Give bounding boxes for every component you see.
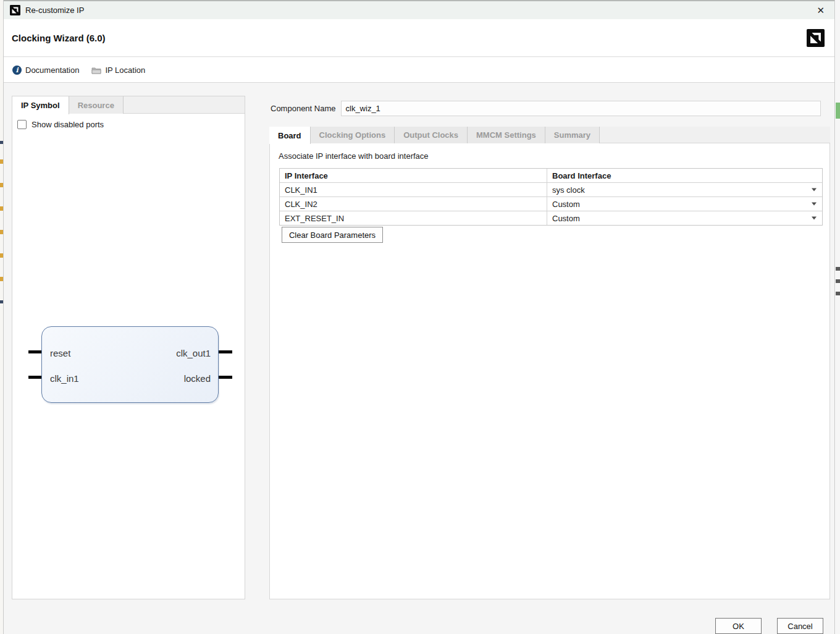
toolbar: i Documentation IP Location bbox=[4, 57, 834, 83]
header-board-interface: Board Interface bbox=[547, 169, 822, 182]
recustomize-ip-dialog: Re-customize IP ✕ Clocking Wizard (6.0) … bbox=[3, 0, 835, 634]
table-row: EXT_RESET_IN Custom bbox=[280, 211, 822, 225]
ip-symbol-canvas: reset clk_in1 clk_out1 locked bbox=[12, 114, 245, 599]
port-stub-reset bbox=[28, 350, 42, 353]
component-name-input[interactable]: clk_wiz_1 bbox=[341, 101, 821, 116]
info-icon: i bbox=[12, 66, 22, 75]
cell-ip-interface: CLK_IN2 bbox=[280, 197, 547, 211]
table-row: CLK_IN2 Custom bbox=[280, 197, 822, 211]
tab-board[interactable]: Board bbox=[269, 127, 311, 144]
main-tabstrip: Board Clocking Options Output Clocks MMC… bbox=[269, 127, 830, 143]
port-stub-clk-out1 bbox=[219, 350, 232, 353]
cell-ip-interface: CLK_IN1 bbox=[280, 183, 547, 197]
dropdown-value: sys clock bbox=[552, 185, 585, 195]
chevron-down-icon[interactable] bbox=[812, 217, 817, 220]
ok-button[interactable]: OK bbox=[715, 618, 762, 634]
dropdown-value: Custom bbox=[552, 200, 580, 209]
board-interface-dropdown[interactable]: Custom bbox=[547, 197, 822, 211]
window-titlebar: Re-customize IP ✕ bbox=[4, 0, 834, 19]
clear-board-parameters-button[interactable]: Clear Board Parameters bbox=[282, 227, 383, 243]
cancel-button[interactable]: Cancel bbox=[777, 618, 823, 634]
ip-symbol-panel: IP Symbol Resource Show disabled ports r… bbox=[12, 96, 245, 599]
tab-resource[interactable]: Resource bbox=[69, 96, 124, 114]
tab-ip-symbol[interactable]: IP Symbol bbox=[12, 96, 69, 114]
tab-summary[interactable]: Summary bbox=[545, 127, 600, 143]
tab-mmcm-settings[interactable]: MMCM Settings bbox=[468, 127, 545, 143]
dropdown-value: Custom bbox=[552, 214, 580, 223]
page-title: Clocking Wizard (6.0) bbox=[12, 33, 106, 43]
documentation-button[interactable]: i Documentation bbox=[9, 63, 83, 77]
main-tabpane: Board Clocking Options Output Clocks MMC… bbox=[269, 127, 830, 599]
board-interface-dropdown[interactable]: sys clock bbox=[547, 183, 822, 197]
folder-icon bbox=[91, 66, 101, 74]
table-header-row: IP Interface Board Interface bbox=[280, 169, 822, 182]
board-tab-content: Associate IP interface with board interf… bbox=[269, 143, 830, 599]
associate-description: Associate IP interface with board interf… bbox=[270, 143, 830, 161]
port-label-locked: locked bbox=[184, 373, 211, 384]
amd-logo-large-icon bbox=[807, 29, 825, 47]
background-app-edge-right bbox=[836, 0, 840, 634]
ip-location-label: IP Location bbox=[105, 66, 145, 75]
chevron-down-icon[interactable] bbox=[812, 188, 817, 192]
table-row: CLK_IN1 sys clock bbox=[280, 182, 822, 197]
port-label-reset: reset bbox=[50, 348, 70, 358]
header-ip-interface: IP Interface bbox=[280, 169, 547, 182]
amd-logo-icon bbox=[10, 5, 20, 15]
cell-ip-interface: EXT_RESET_IN bbox=[280, 211, 547, 225]
dialog-header: Clocking Wizard (6.0) bbox=[4, 19, 834, 57]
left-panel-tabstrip: IP Symbol Resource bbox=[12, 96, 245, 114]
chevron-down-icon[interactable] bbox=[812, 203, 817, 206]
board-interface-table: IP Interface Board Interface CLK_IN1 sys… bbox=[279, 168, 823, 226]
port-stub-locked bbox=[219, 376, 232, 379]
board-interface-dropdown[interactable]: Custom bbox=[547, 211, 822, 225]
ip-symbol-block: reset clk_in1 clk_out1 locked bbox=[41, 326, 219, 403]
close-icon[interactable]: ✕ bbox=[814, 4, 827, 16]
tab-clocking-options[interactable]: Clocking Options bbox=[311, 127, 395, 143]
component-name-row: Component Name clk_wiz_1 bbox=[271, 101, 821, 116]
ip-location-button[interactable]: IP Location bbox=[88, 63, 149, 77]
tab-output-clocks[interactable]: Output Clocks bbox=[395, 127, 468, 143]
component-name-label: Component Name bbox=[271, 104, 341, 113]
port-stub-clk-in1 bbox=[28, 376, 42, 379]
window-title: Re-customize IP bbox=[25, 6, 84, 15]
port-label-clk-in1: clk_in1 bbox=[50, 373, 79, 384]
documentation-label: Documentation bbox=[25, 66, 79, 75]
port-label-clk-out1: clk_out1 bbox=[176, 348, 211, 358]
component-name-value: clk_wiz_1 bbox=[346, 104, 380, 113]
